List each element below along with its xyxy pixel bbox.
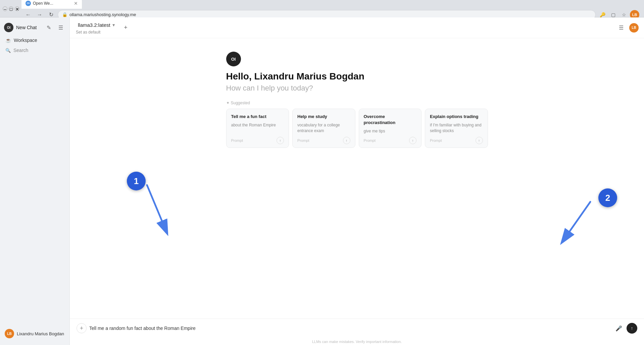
card-title-4: Explain options trading bbox=[430, 114, 483, 120]
disclaimer-text: LLMs can make mistakes. Verify important… bbox=[70, 338, 644, 345]
card-send-btn-4[interactable]: ↑ bbox=[476, 137, 483, 144]
card-subtitle-1: about the Roman Empire bbox=[231, 122, 284, 128]
card-prompt-label-4: Prompt bbox=[430, 138, 442, 142]
card-footer-1: Prompt ↑ bbox=[231, 137, 284, 144]
sidebar-logo: OI bbox=[4, 23, 13, 32]
card-subtitle-3: give me tips bbox=[364, 128, 417, 134]
search-icon: 🔍 bbox=[5, 48, 11, 53]
main-content: llama3.2:latest ▼ Set as default + ☰ LB … bbox=[70, 17, 644, 345]
suggestion-card-4[interactable]: Explain options trading if I'm familiar … bbox=[425, 109, 488, 148]
edit-icon[interactable]: ✎ bbox=[44, 23, 53, 32]
workspace-icon: ☕ bbox=[5, 38, 11, 43]
card-footer-3: Prompt ↑ bbox=[364, 137, 417, 144]
card-send-btn-3[interactable]: ↑ bbox=[409, 137, 416, 144]
card-footer-4: Prompt ↑ bbox=[430, 137, 483, 144]
sidebar-user-section[interactable]: LB Lixandru Marius Bogdan bbox=[0, 325, 69, 342]
suggestion-card-3[interactable]: Overcome procrastination give me tips Pr… bbox=[359, 109, 422, 148]
tab-title: Open We... bbox=[33, 1, 53, 6]
main-header: llama3.2:latest ▼ Set as default + ☰ LB bbox=[70, 17, 644, 38]
browser-chrome: – □ ✕ OI Open We... ✕ ← → ↻ 🔒 ollama.mar… bbox=[0, 0, 644, 17]
card-prompt-label-2: Prompt bbox=[297, 138, 309, 142]
card-send-btn-2[interactable]: ↑ bbox=[343, 137, 350, 144]
suggested-section: ✦ Suggested Tell me a fun fact about the… bbox=[226, 101, 488, 148]
input-section: + 🎤 ↑ LLMs can make mistakes. Verify imp… bbox=[70, 319, 644, 345]
close-button[interactable]: ✕ bbox=[15, 6, 19, 11]
sidebar-header: OI New Chat ✎ ☰ bbox=[0, 20, 69, 35]
chat-input[interactable] bbox=[89, 326, 611, 331]
maximize-button[interactable]: □ bbox=[9, 6, 13, 11]
header-user-avatar[interactable]: LB bbox=[629, 23, 639, 33]
menu-icon[interactable]: ☰ bbox=[56, 23, 65, 32]
sidebar-item-search[interactable]: 🔍 Search bbox=[0, 46, 69, 55]
tab-favicon: OI bbox=[26, 1, 31, 6]
url-text: ollama.mariushosting.synology.me bbox=[69, 12, 136, 17]
set-default-label: Set as default bbox=[76, 30, 118, 35]
chevron-down-icon: ▼ bbox=[112, 23, 116, 27]
model-name: llama3.2:latest bbox=[78, 22, 110, 28]
lock-icon: 🔒 bbox=[62, 12, 67, 17]
columns-icon[interactable]: ☰ bbox=[616, 22, 627, 33]
suggested-label: ✦ Suggested bbox=[226, 101, 488, 105]
model-selector[interactable]: llama3.2:latest ▼ bbox=[75, 21, 118, 29]
active-tab[interactable]: OI Open We... ✕ bbox=[21, 0, 82, 9]
sparkle-icon: ✦ bbox=[226, 101, 230, 105]
search-label: Search bbox=[13, 48, 28, 53]
card-subtitle-4: if I'm familiar with buying and selling … bbox=[430, 122, 483, 134]
card-subtitle-2: vocabulary for a college entrance exam bbox=[297, 122, 350, 134]
tab-bar: OI Open We... ✕ bbox=[21, 0, 641, 9]
window-controls: – □ ✕ bbox=[3, 6, 19, 11]
sidebar-item-workspace[interactable]: ☕ Workspace bbox=[0, 35, 69, 46]
suggestion-cards: Tell me a fun fact about the Roman Empir… bbox=[226, 109, 488, 148]
welcome-title: Hello, Lixandru Marius Bogdan bbox=[226, 71, 364, 82]
suggestion-card-2[interactable]: Help me study vocabulary for a college e… bbox=[292, 109, 355, 148]
card-prompt-label-1: Prompt bbox=[231, 138, 243, 142]
tab-close-button[interactable]: ✕ bbox=[74, 1, 78, 6]
add-tab-button[interactable]: + bbox=[121, 23, 131, 33]
card-send-btn-1[interactable]: ↑ bbox=[277, 137, 284, 144]
header-right: ☰ LB bbox=[616, 22, 639, 33]
card-footer-2: Prompt ↑ bbox=[297, 137, 350, 144]
chat-area[interactable]: OI Hello, Lixandru Marius Bogdan How can… bbox=[70, 38, 644, 319]
user-name-label: Lixandru Marius Bogdan bbox=[17, 331, 64, 336]
card-prompt-label-3: Prompt bbox=[364, 138, 376, 142]
card-title-1: Tell me a fun fact bbox=[231, 114, 284, 120]
welcome-subtitle: How can I help you today? bbox=[226, 84, 313, 93]
welcome-section: OI Hello, Lixandru Marius Bogdan How can… bbox=[226, 52, 488, 93]
card-title-2: Help me study bbox=[297, 114, 350, 120]
ai-logo: OI bbox=[226, 52, 241, 66]
sidebar: OI New Chat ✎ ☰ ☕ Workspace 🔍 Search LB … bbox=[0, 17, 70, 345]
user-avatar: LB bbox=[5, 329, 14, 338]
send-button[interactable]: ↑ bbox=[627, 323, 637, 334]
mic-button[interactable]: 🎤 bbox=[614, 323, 624, 333]
app-layout: OI New Chat ✎ ☰ ☕ Workspace 🔍 Search LB … bbox=[0, 17, 644, 345]
workspace-label: Workspace bbox=[14, 38, 37, 43]
card-title-3: Overcome procrastination bbox=[364, 114, 417, 126]
suggestion-card-1[interactable]: Tell me a fun fact about the Roman Empir… bbox=[226, 109, 289, 148]
input-add-button[interactable]: + bbox=[77, 323, 87, 333]
minimize-button[interactable]: – bbox=[3, 6, 7, 11]
new-chat-label: New Chat bbox=[16, 25, 41, 30]
input-area: + 🎤 ↑ bbox=[70, 319, 644, 338]
